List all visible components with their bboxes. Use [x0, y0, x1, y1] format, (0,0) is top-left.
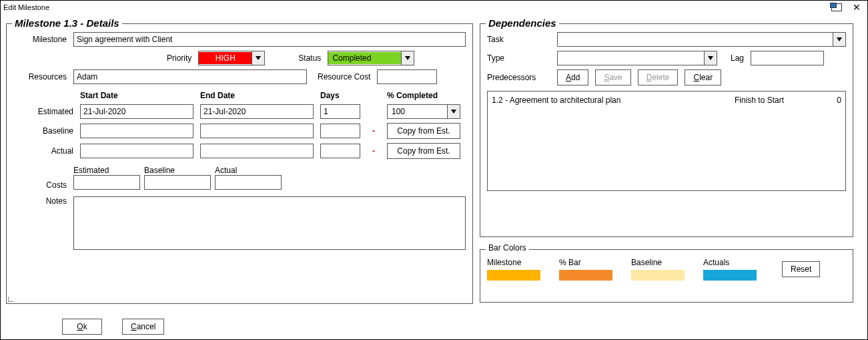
swatch-milestone[interactable]: Milestone [487, 258, 540, 281]
reset-button[interactable]: Reset [782, 261, 820, 277]
start-date-header: Start Date [80, 91, 193, 100]
copy-from-est-actual-button[interactable]: Copy from Est. [387, 143, 460, 159]
resources-input[interactable] [73, 69, 307, 84]
type-value [558, 57, 704, 59]
pct-completed-header: % Completed [387, 91, 460, 100]
status-value: Completed [328, 52, 401, 64]
chevron-down-icon[interactable] [447, 105, 460, 118]
restore-icon[interactable] [831, 3, 842, 11]
resource-cost-input[interactable] [377, 69, 437, 84]
type-label: Type [487, 53, 550, 63]
svg-marker-2 [451, 110, 456, 114]
swatch-pct-bar[interactable]: % Bar [559, 258, 612, 281]
est-start-input[interactable] [80, 104, 193, 119]
chevron-down-icon[interactable] [833, 33, 845, 46]
add-button[interactable]: Add [557, 69, 588, 86]
predecessors-label: Predecessors [487, 73, 550, 82]
estimated-row-label: Estimated [13, 107, 73, 116]
dependencies-heading: Dependencies [486, 17, 559, 29]
cost-est-input[interactable] [73, 175, 140, 190]
delete-button[interactable]: Delete [638, 69, 679, 86]
baseline-row-label: Baseline [13, 126, 73, 136]
actual-row-label: Actual [13, 146, 73, 156]
svg-marker-0 [256, 56, 261, 60]
resources-label: Resources [13, 72, 69, 81]
base-start-input[interactable] [80, 124, 193, 138]
cost-act-input[interactable] [215, 175, 282, 190]
cost-base-input[interactable] [144, 175, 211, 190]
task-value [558, 38, 833, 41]
resize-grip-icon[interactable] [8, 295, 15, 302]
lag-input[interactable] [751, 51, 824, 65]
close-icon[interactable]: ✕ [849, 2, 865, 13]
color-swatch[interactable] [703, 270, 757, 281]
end-date-header: End Date [200, 91, 314, 100]
type-select[interactable] [557, 51, 717, 65]
priority-label: Priority [167, 53, 194, 63]
task-label: Task [487, 35, 550, 44]
clear-button[interactable]: Clear [685, 69, 721, 86]
lag-label: Lag [731, 53, 744, 63]
swatch-baseline[interactable]: Baseline [631, 258, 685, 281]
swatch-label: Baseline [631, 258, 685, 267]
base-end-input[interactable] [200, 124, 314, 138]
svg-marker-3 [837, 37, 842, 41]
bar-colors-panel: Bar Colors Milestone % Bar Baseline [480, 249, 853, 303]
pct-completed-value: 100 [388, 106, 447, 118]
copy-from-est-baseline-button[interactable]: Copy from Est. [387, 123, 460, 139]
est-end-input[interactable] [200, 104, 314, 119]
minus-icon: - [367, 126, 380, 136]
list-item[interactable]: 1.2 - Agreement to architectural plan Fi… [492, 94, 841, 106]
cancel-button[interactable]: Cancel [122, 319, 164, 335]
swatch-actuals[interactable]: Actuals [703, 258, 757, 281]
dep-name: 1.2 - Agreement to architectural plan [492, 96, 721, 105]
status-select[interactable]: Completed [328, 51, 414, 65]
status-label: Status [298, 53, 324, 63]
act-start-input[interactable] [80, 144, 193, 158]
chevron-down-icon[interactable] [704, 51, 717, 65]
milestone-input[interactable] [73, 32, 466, 47]
swatch-label: Milestone [487, 258, 540, 267]
titlebar: Edit Milestone ✕ [1, 1, 867, 14]
color-swatch[interactable] [631, 270, 685, 281]
priority-select[interactable]: HIGH [198, 51, 265, 65]
save-button[interactable]: Save [595, 69, 630, 86]
act-end-input[interactable] [200, 144, 314, 158]
costs-act-label: Actual [215, 166, 282, 175]
chevron-down-icon[interactable] [401, 51, 414, 65]
details-heading: Milestone 1.3 - Details [12, 17, 122, 29]
swatch-label: % Bar [559, 258, 612, 267]
base-days-input[interactable] [320, 124, 360, 138]
color-swatch[interactable] [559, 270, 612, 281]
act-days-input[interactable] [320, 144, 360, 158]
minus-icon: - [367, 146, 380, 156]
dep-type: Finish to Start [735, 96, 808, 105]
predecessors-list[interactable]: 1.2 - Agreement to architectural plan Fi… [487, 91, 846, 191]
details-panel: Milestone 1.3 - Details Milestone Priori… [6, 23, 473, 304]
window-title: Edit Milestone [3, 3, 49, 11]
notes-textarea[interactable] [73, 196, 466, 250]
costs-label: Costs [13, 180, 69, 190]
notes-label: Notes [13, 196, 69, 206]
resource-cost-label: Resource Cost [318, 72, 373, 81]
dependencies-panel: Dependencies Task Type Lag [480, 23, 853, 237]
chevron-down-icon[interactable] [252, 51, 264, 65]
costs-base-label: Baseline [144, 166, 211, 175]
days-header: Days [320, 91, 360, 100]
task-select[interactable] [557, 32, 846, 47]
milestone-label: Milestone [13, 35, 69, 44]
svg-marker-1 [405, 56, 410, 60]
est-days-input[interactable] [320, 104, 360, 119]
dep-lag: 0 [821, 96, 841, 105]
costs-est-label: Estimated [73, 166, 140, 175]
bar-colors-heading: Bar Colors [486, 243, 529, 252]
swatch-label: Actuals [703, 258, 757, 267]
svg-marker-4 [708, 56, 713, 60]
pct-completed-select[interactable]: 100 [387, 104, 460, 119]
color-swatch[interactable] [487, 270, 540, 281]
edit-milestone-dialog: Edit Milestone ✕ Milestone 1.3 - Details… [0, 0, 868, 340]
priority-value: HIGH [199, 52, 252, 64]
ok-button[interactable]: Ok [62, 319, 102, 335]
